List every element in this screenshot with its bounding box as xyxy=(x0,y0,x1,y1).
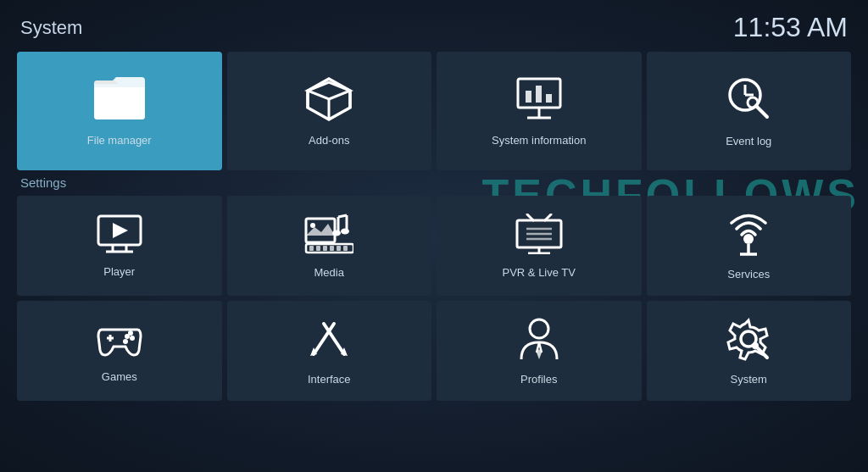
svg-point-28 xyxy=(341,228,349,234)
player-icon xyxy=(96,214,143,257)
tile-interface-label: Interface xyxy=(308,373,351,386)
tile-interface[interactable]: Interface xyxy=(227,301,432,401)
tile-games-label: Games xyxy=(102,370,137,383)
svg-rect-34 xyxy=(337,246,341,251)
svg-rect-33 xyxy=(330,246,334,251)
games-icon xyxy=(95,319,144,362)
settings-row-1: Player xyxy=(17,196,851,296)
services-icon xyxy=(726,212,771,259)
tile-add-ons-label: Add-ons xyxy=(309,134,349,147)
tile-pvr-live-tv[interactable]: PVR & Live TV xyxy=(437,196,642,296)
svg-rect-32 xyxy=(323,246,327,251)
svg-point-57 xyxy=(530,319,548,338)
svg-point-27 xyxy=(332,230,341,236)
tile-services-label: Services xyxy=(727,268,770,280)
svg-rect-30 xyxy=(309,246,314,251)
tile-pvr-live-tv-label: PVR & Live TV xyxy=(503,266,576,279)
svg-point-50 xyxy=(130,336,135,341)
tile-event-log-label: Event log xyxy=(726,135,771,147)
tile-profiles[interactable]: Profiles xyxy=(437,301,642,401)
svg-point-15 xyxy=(748,97,758,108)
svg-point-52 xyxy=(123,339,128,344)
svg-rect-35 xyxy=(343,246,348,251)
svg-rect-10 xyxy=(546,94,552,103)
tile-file-manager[interactable]: File manager xyxy=(17,52,222,170)
header: System 11:53 AM xyxy=(0,0,868,52)
media-icon xyxy=(304,214,353,258)
tile-media[interactable]: Media xyxy=(227,196,432,296)
add-ons-icon xyxy=(304,75,353,127)
clock: 11:53 AM xyxy=(733,12,848,43)
tile-media-label: Media xyxy=(314,266,344,279)
tile-player[interactable]: Player xyxy=(17,196,222,296)
pvr-live-tv-icon xyxy=(515,214,564,258)
svg-point-44 xyxy=(743,234,754,244)
svg-point-51 xyxy=(128,330,133,336)
system-information-icon xyxy=(514,75,565,127)
tile-add-ons[interactable]: Add-ons xyxy=(227,52,432,170)
svg-line-55 xyxy=(324,324,344,354)
system-settings-icon xyxy=(726,317,771,364)
tile-services[interactable]: Services xyxy=(647,196,852,296)
svg-point-23 xyxy=(310,223,315,228)
tile-event-log[interactable]: Event log xyxy=(647,52,852,170)
profiles-icon xyxy=(520,317,559,364)
event-log-icon xyxy=(725,75,772,128)
file-manager-icon xyxy=(92,75,147,127)
svg-line-26 xyxy=(338,215,347,217)
settings-row-2: Games Interface xyxy=(17,301,851,401)
interface-icon xyxy=(307,317,351,364)
svg-rect-8 xyxy=(526,91,531,103)
tile-file-manager-label: File manager xyxy=(87,134,152,147)
settings-label: Settings xyxy=(17,172,66,195)
svg-rect-31 xyxy=(316,246,320,251)
svg-marker-20 xyxy=(113,223,128,238)
tile-system-settings[interactable]: System xyxy=(647,301,852,401)
tile-system-information-label: System information xyxy=(492,134,586,147)
top-row: File manager Add-ons xyxy=(17,52,851,170)
tile-system-information[interactable]: System information xyxy=(437,52,642,170)
tile-games[interactable]: Games xyxy=(17,301,222,401)
main-content: File manager Add-ons xyxy=(0,52,868,401)
svg-line-53 xyxy=(314,324,334,354)
svg-point-63 xyxy=(752,342,759,349)
settings-section: Settings xyxy=(17,175,851,191)
svg-marker-1 xyxy=(308,82,350,99)
app-title: System xyxy=(20,17,82,39)
tile-profiles-label: Profiles xyxy=(520,373,557,386)
svg-line-14 xyxy=(756,106,767,117)
tile-player-label: Player xyxy=(103,265,135,278)
tile-system-settings-label: System xyxy=(731,373,767,386)
svg-rect-9 xyxy=(536,86,542,103)
